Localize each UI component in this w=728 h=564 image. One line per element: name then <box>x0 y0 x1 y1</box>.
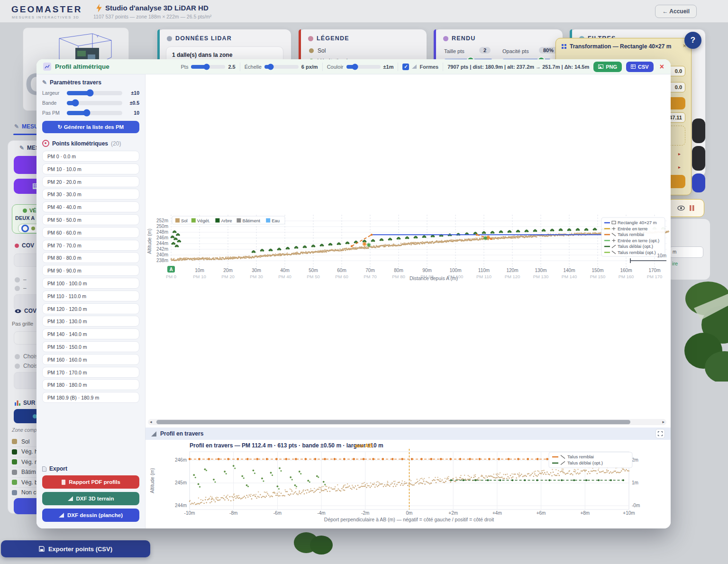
svg-text:Talus remblai (opt.): Talus remblai (opt.) <box>618 250 656 255</box>
pm-item[interactable]: PM 20 · 20.0 m <box>42 176 139 187</box>
pm-item[interactable]: PM 180 · 180.0 m <box>42 379 139 390</box>
pm-item[interactable]: PM 60 · 60.0 m <box>42 227 139 238</box>
svg-text:242m: 242m <box>156 246 168 252</box>
pm-item[interactable]: PM 140 · 140.0 m <box>42 328 139 339</box>
pm-item[interactable]: PM 80 · 80.0 m <box>42 252 139 263</box>
svg-text:246m: 246m <box>175 457 187 463</box>
svg-text:Bâtiment: Bâtiment <box>242 218 260 223</box>
svg-text:240m: 240m <box>156 252 168 257</box>
transformation-title: Transformation — Rectangle 40×27 m <box>570 43 671 50</box>
svg-text:Distance depuis A (m): Distance depuis A (m) <box>410 275 458 281</box>
pm-item[interactable]: PM 50 · 50.0 m <box>42 214 139 225</box>
eye-icon <box>15 309 21 313</box>
image-icon <box>598 64 603 69</box>
pm-item[interactable]: PM 30 · 30.0 m <box>42 189 139 200</box>
choose-radio[interactable]: Choisi <box>15 353 39 360</box>
dock-button[interactable] <box>692 173 705 192</box>
export-title: Export <box>49 465 67 472</box>
pas-pm-slider[interactable] <box>67 111 122 115</box>
measure-input[interactable]: m <box>669 246 703 258</box>
pm-item[interactable]: PM 70 · 70.0 m <box>42 240 139 251</box>
export-png-button[interactable]: PNG <box>593 62 622 72</box>
measure-panel-fragment: m ire <box>666 219 710 280</box>
chevron-right-icon[interactable]: ▸ <box>678 164 681 170</box>
table-icon <box>631 64 636 69</box>
scrollbar-thumb[interactable] <box>156 420 630 424</box>
pm-item[interactable]: PM 10 · 10.0 m <box>42 164 139 174</box>
profil-travers-chart: Profil en travers — PM 112.4 m · 613 pts… <box>146 440 671 528</box>
svg-text:Rectangle 40×27 m: Rectangle 40×27 m <box>618 220 657 225</box>
svg-text:245m: 245m <box>175 480 187 485</box>
microscope-icon <box>167 36 172 41</box>
svg-text:PM 160: PM 160 <box>619 274 634 279</box>
choose-radio[interactable]: Choisi <box>15 363 39 369</box>
pm-item[interactable]: PM 160 · 160.0 m <box>42 354 139 365</box>
pm-item[interactable]: PM 120 · 120.0 m <box>42 303 139 314</box>
pm-item[interactable]: PM 90 · 90.0 m <box>42 265 139 276</box>
app-stats: 1107 537 points — zone 188m × 222m — 26.… <box>93 14 211 19</box>
svg-text:Altitude (m): Altitude (m) <box>149 468 155 493</box>
travers-title: Profil en travers <box>160 430 203 437</box>
home-button[interactable]: ← Accueil <box>655 5 697 18</box>
scroll-left-icon[interactable]: ◂ <box>150 419 152 425</box>
export-points-csv-button[interactable]: Exporter points (CSV) <box>1 540 150 557</box>
svg-text:140m: 140m <box>563 268 575 273</box>
param-slider-row: Bande±0.5 <box>42 100 139 106</box>
couloir-slider[interactable] <box>346 65 381 69</box>
pause-icon[interactable] <box>690 205 694 211</box>
field-label: Opacité pts <box>502 48 529 54</box>
svg-text:Déport perpendiculaire à AB (m: Déport perpendiculaire à AB (m) — négati… <box>324 517 494 522</box>
eye-icon[interactable] <box>677 206 685 210</box>
pm-item[interactable]: PM 110 · 110.0 m <box>42 291 139 301</box>
pm-item[interactable]: PM 170 · 170.0 m <box>42 367 139 378</box>
rapport-pdf-profils-button[interactable]: Rapport PDF profils <box>42 475 139 489</box>
help-button[interactable]: ? <box>684 32 701 49</box>
svg-text:+4m: +4m <box>492 510 502 516</box>
largeur-slider[interactable] <box>67 91 122 95</box>
bars-icon <box>15 400 20 406</box>
echelle-slider[interactable] <box>264 65 299 69</box>
app-root: GEOMASTER MESURES INTERACTIVES 3D Studio… <box>0 0 728 564</box>
close-icon[interactable]: × <box>660 63 664 71</box>
param-slider-row: Largeur±10 <box>42 90 139 96</box>
chevron-right-icon[interactable]: ▸ <box>678 151 681 156</box>
dxf-dessin-planche--button[interactable]: DXF dessin (planche) <box>42 509 139 522</box>
dxf-3d-terrain-button[interactable]: DXF 3D terrain <box>42 492 139 505</box>
dock-button[interactable] <box>692 118 705 143</box>
leaf-icon <box>23 209 27 213</box>
save-icon <box>39 546 45 552</box>
legend-item: Sol <box>309 47 362 54</box>
pm-item[interactable]: PM 180.9 (B) · 180.9 m <box>42 392 139 403</box>
pm-item[interactable]: PM 40 · 40.0 m <box>42 201 139 212</box>
option-radio[interactable]: – <box>15 285 27 291</box>
pm-item[interactable]: PM 150 · 150.0 m <box>42 341 139 352</box>
svg-text:1m: 1m <box>632 480 638 485</box>
scroll-right-icon[interactable]: ▸ <box>662 419 664 425</box>
svg-text:PM 110: PM 110 <box>476 274 491 279</box>
generate-pm-button[interactable]: ↻ Générer la liste des PM <box>42 121 139 133</box>
profil-long-chart: 0mPM 010mPM 1020mPM 2030mPM 3040mPM 4050… <box>146 74 671 428</box>
pm-item[interactable]: PM 100 · 100.0 m <box>42 278 139 289</box>
svg-text:244m: 244m <box>175 503 187 508</box>
formes-checkbox[interactable]: ✓ <box>402 64 409 70</box>
modal-header: Profil altimétrique Pts 2.5 Échelle 6 px… <box>36 59 671 74</box>
svg-text:PM 30: PM 30 <box>250 274 263 279</box>
svg-text:A: A <box>169 267 173 272</box>
dock-button[interactable] <box>692 146 705 171</box>
brain-icon <box>443 36 448 41</box>
bande-slider[interactable] <box>67 101 122 105</box>
pm-item[interactable]: PM 130 · 130.0 m <box>42 316 139 327</box>
pm-item[interactable]: PM 0 · 0.0 m <box>42 151 139 162</box>
svg-text:PM 80: PM 80 <box>392 274 405 279</box>
pts-slider[interactable] <box>191 65 225 69</box>
export-csv-button[interactable]: CSV <box>626 62 654 72</box>
option-radio[interactable]: – <box>15 276 27 283</box>
svg-text:60m: 60m <box>337 268 346 273</box>
chart-horizontal-scrollbar[interactable]: ◂ ▸ <box>148 419 666 425</box>
svg-text:PM 120: PM 120 <box>505 274 520 279</box>
expand-icon[interactable] <box>655 429 665 438</box>
echelle-label: Échelle <box>245 64 262 70</box>
measure-link[interactable]: ire <box>672 261 678 266</box>
viewport-trees <box>675 280 728 382</box>
svg-text:170m: 170m <box>648 268 660 273</box>
